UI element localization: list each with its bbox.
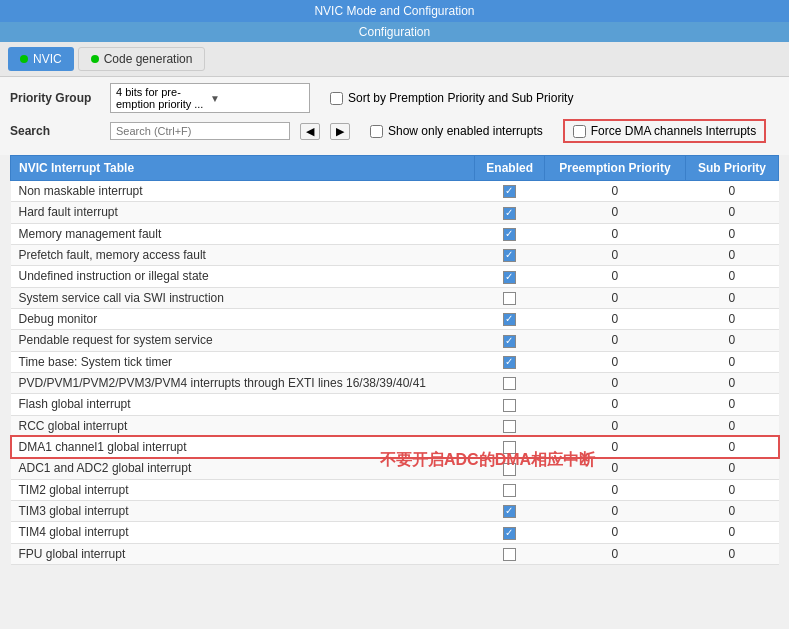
enabled-checkbox[interactable] <box>503 335 516 348</box>
search-row: Search ◀ ▶ Show only enabled interrupts … <box>10 119 779 143</box>
show-only-checkbox[interactable] <box>370 125 383 138</box>
enabled-checkbox[interactable] <box>503 399 516 412</box>
table-row: TIM4 global interrupt00 <box>11 522 779 543</box>
enabled-cell[interactable] <box>475 287 545 308</box>
interrupt-name: RCC global interrupt <box>11 415 475 436</box>
col-header-preemption: Preemption Priority <box>545 156 686 181</box>
sub-priority: 0 <box>685 223 778 244</box>
sub-priority: 0 <box>685 458 778 479</box>
interrupt-name: Memory management fault <box>11 223 475 244</box>
table-row: RCC global interrupt00 <box>11 415 779 436</box>
interrupt-name: System service call via SWI instruction <box>11 287 475 308</box>
enabled-cell[interactable] <box>475 181 545 202</box>
interrupt-name: TIM4 global interrupt <box>11 522 475 543</box>
table-row: Debug monitor00 <box>11 308 779 329</box>
search-box <box>110 122 290 140</box>
sub-priority: 0 <box>685 202 778 223</box>
col-header-name: NVIC Interrupt Table <box>11 156 475 181</box>
enabled-checkbox[interactable] <box>503 527 516 540</box>
enabled-cell[interactable] <box>475 351 545 372</box>
tab-code-generation[interactable]: Code generation <box>78 47 206 71</box>
sort-checkbox[interactable] <box>330 92 343 105</box>
nvic-dot-icon <box>20 55 28 63</box>
table-row: FPU global interrupt00 <box>11 543 779 564</box>
enabled-checkbox[interactable] <box>503 505 516 518</box>
enabled-cell[interactable] <box>475 244 545 265</box>
enabled-checkbox[interactable] <box>503 228 516 241</box>
preemption-priority: 0 <box>545 479 686 500</box>
sub-priority: 0 <box>685 436 778 457</box>
table-row: TIM2 global interrupt00 <box>11 479 779 500</box>
sub-priority: 0 <box>685 181 778 202</box>
enabled-cell[interactable] <box>475 479 545 500</box>
interrupt-name: Time base: System tick timer <box>11 351 475 372</box>
force-dma-box: Force DMA channels Interrupts <box>563 119 766 143</box>
preemption-priority: 0 <box>545 287 686 308</box>
interrupt-name: Debug monitor <box>11 308 475 329</box>
enabled-checkbox[interactable] <box>503 185 516 198</box>
table-row: Pendable request for system service00 <box>11 330 779 351</box>
enabled-cell[interactable] <box>475 394 545 415</box>
col-header-enabled: Enabled <box>475 156 545 181</box>
table-row: Undefined instruction or illegal state00 <box>11 266 779 287</box>
enabled-checkbox[interactable] <box>503 377 516 390</box>
preemption-priority: 0 <box>545 500 686 521</box>
table-row: TIM3 global interrupt00 <box>11 500 779 521</box>
enabled-checkbox[interactable] <box>503 548 516 561</box>
priority-group-row: Priority Group 4 bits for pre-emption pr… <box>10 83 779 113</box>
title-bar: NVIC Mode and Configuration <box>0 0 789 22</box>
interrupt-name: TIM2 global interrupt <box>11 479 475 500</box>
enabled-checkbox[interactable] <box>503 356 516 369</box>
priority-group-dropdown[interactable]: 4 bits for pre-emption priority ... ▼ <box>110 83 310 113</box>
enabled-checkbox[interactable] <box>503 207 516 220</box>
enabled-checkbox[interactable] <box>503 249 516 262</box>
enabled-checkbox[interactable] <box>503 271 516 284</box>
enabled-checkbox[interactable] <box>503 420 516 433</box>
sub-priority: 0 <box>685 266 778 287</box>
preemption-priority: 0 <box>545 415 686 436</box>
table-row: Flash global interrupt00 <box>11 394 779 415</box>
preemption-priority: 0 <box>545 181 686 202</box>
interrupt-name: FPU global interrupt <box>11 543 475 564</box>
sub-priority: 0 <box>685 394 778 415</box>
table-row: System service call via SWI instruction0… <box>11 287 779 308</box>
sort-checkbox-group: Sort by Premption Priority and Sub Prior… <box>330 91 573 105</box>
enabled-cell[interactable] <box>475 500 545 521</box>
preemption-priority: 0 <box>545 308 686 329</box>
interrupt-name: PVD/PVM1/PVM2/PVM3/PVM4 interrupts throu… <box>11 372 475 393</box>
enabled-cell[interactable] <box>475 415 545 436</box>
force-dma-checkbox[interactable] <box>573 125 586 138</box>
enabled-checkbox[interactable] <box>503 313 516 326</box>
enabled-checkbox[interactable] <box>503 484 516 497</box>
preemption-priority: 0 <box>545 202 686 223</box>
codegen-dot-icon <box>91 55 99 63</box>
preemption-priority: 0 <box>545 543 686 564</box>
preemption-priority: 0 <box>545 372 686 393</box>
enabled-cell[interactable] <box>475 266 545 287</box>
enabled-cell[interactable] <box>475 330 545 351</box>
enabled-cell[interactable] <box>475 308 545 329</box>
sub-priority: 0 <box>685 372 778 393</box>
enabled-cell[interactable] <box>475 522 545 543</box>
enabled-cell[interactable] <box>475 202 545 223</box>
enabled-cell[interactable] <box>475 223 545 244</box>
preemption-priority: 0 <box>545 394 686 415</box>
search-next-button[interactable]: ▶ <box>330 123 350 140</box>
preemption-priority: 0 <box>545 223 686 244</box>
annotation-text: 不要开启ADC的DMA相应中断 <box>380 450 595 471</box>
search-input[interactable] <box>116 125 246 137</box>
col-header-sub: Sub Priority <box>685 156 778 181</box>
enabled-cell[interactable] <box>475 372 545 393</box>
nvic-table: NVIC Interrupt Table Enabled Preemption … <box>10 155 779 565</box>
config-bar: Configuration <box>0 22 789 42</box>
tab-nvic[interactable]: NVIC <box>8 47 74 71</box>
enabled-cell[interactable] <box>475 543 545 564</box>
enabled-checkbox[interactable] <box>503 292 516 305</box>
sub-priority: 0 <box>685 308 778 329</box>
interrupt-name: TIM3 global interrupt <box>11 500 475 521</box>
table-row: Hard fault interrupt00 <box>11 202 779 223</box>
table-row: Non maskable interrupt00 <box>11 181 779 202</box>
search-prev-button[interactable]: ◀ <box>300 123 320 140</box>
sub-priority: 0 <box>685 415 778 436</box>
table-row: Prefetch fault, memory access fault00 <box>11 244 779 265</box>
